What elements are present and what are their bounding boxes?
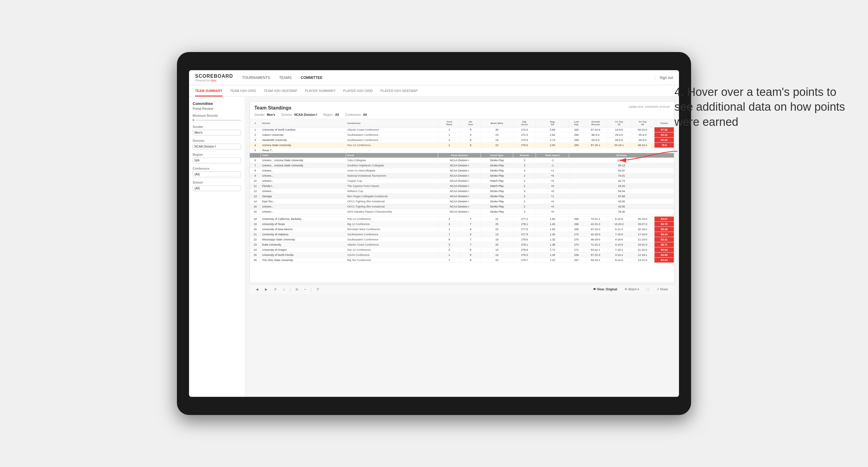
gender-select[interactable]: Men's Women's: [193, 130, 241, 135]
col-vs-top50: Vs Top50: [631, 119, 654, 127]
logo-text: SCOREBOARD: [195, 73, 233, 79]
report-title-area: Team Standings Gender: Men's Division: N…: [254, 105, 628, 117]
filter-region: Region: All: [323, 113, 339, 117]
conference-filter-label: Conference:: [345, 113, 362, 117]
division-filter-value: NCAA Division I: [294, 113, 317, 117]
table-row: 22 Mississippi State University Southeas…: [250, 237, 674, 242]
annotation-container: 4. Hover over a team's points to see add…: [675, 85, 850, 129]
col-tours: NoTour: [460, 119, 480, 127]
subnav-player-summary[interactable]: PLAYER SUMMARY: [305, 86, 336, 96]
sidebar-subtitle: Portal Review: [193, 107, 241, 111]
table-row: 1 University of North Carolina Atlantic …: [250, 127, 674, 132]
report-filters: Gender: Men's Division: NCAA Division I …: [254, 113, 628, 117]
sidebar-division-label: Division: [193, 139, 241, 143]
low-cell: 262: [569, 127, 584, 132]
table-row: 21 University of Alabama Southeastern Co…: [250, 232, 674, 237]
rounds-slider[interactable]: [196, 120, 241, 121]
points-cell[interactable]: 88.43: [654, 232, 674, 237]
report-main-title: Team Standings: [254, 105, 628, 111]
undo-button[interactable]: •: [303, 287, 308, 291]
nav-teams[interactable]: TEAMS: [279, 74, 291, 81]
points-cell[interactable]: 93.31: [654, 132, 674, 137]
table-row: 2 Auburn University Southeastern Confere…: [250, 132, 674, 137]
points-cell[interactable]: 90.20: [654, 137, 674, 143]
sidebar-title: Committee: [193, 101, 241, 106]
sidebar-school: School (All): [193, 181, 241, 191]
popup-row: 16 Univers... 2023 Sahalee Players Champ…: [250, 209, 674, 214]
refresh-button[interactable]: ↺: [272, 287, 278, 291]
subnav-team-summary[interactable]: TEAM SUMMARY: [195, 86, 223, 96]
table-row-highlighted: 4 Arizona State University Pac-12 Confer…: [250, 143, 674, 148]
home-button[interactable]: ⌂: [281, 287, 287, 291]
points-cell[interactable]: 83.94: [654, 258, 674, 263]
col-conf-rank: ConfRank: [438, 119, 460, 127]
spacer-row: [250, 214, 674, 217]
main-content: Committee Portal Review Minimum Rounds 0…: [189, 97, 679, 397]
col-overall: OverallRecord: [584, 119, 607, 127]
watch-button[interactable]: 👁 Watch ▾: [623, 287, 641, 291]
tours-cell: 9: [460, 127, 480, 132]
points-cell[interactable]: 88.49: [654, 227, 674, 232]
main-nav: TOURNAMENTS TEAMS COMMITTEE: [242, 74, 655, 81]
share-button[interactable]: ↗ Share: [655, 287, 670, 291]
points-cell[interactable]: 97.02: [654, 127, 674, 132]
table-row: 19 University of Texas Big 12 Conference…: [250, 222, 674, 227]
subnav-team-h2h-heatmap[interactable]: TEAM H2H HEATMAP: [264, 86, 297, 96]
nav-tournaments[interactable]: TOURNAMENTS: [242, 74, 270, 81]
toolbar-right: 👁 View: Original 👁 Watch ▾ ⛶ ↗ Share: [591, 287, 670, 291]
subnav-player-h2h-heatmap[interactable]: PLAYER H2H HEATMAP: [380, 86, 418, 96]
table-row: 20 University of New Mexico Mountain Wes…: [250, 227, 674, 232]
sub-nav: TEAM SUMMARY TEAM H2H GRID TEAM H2H HEAT…: [189, 85, 679, 97]
sidebar-min-rounds: Minimum Rounds 0: [193, 114, 241, 122]
sidebar: Committee Portal Review Minimum Rounds 0…: [189, 97, 245, 397]
region-filter-value: All: [335, 113, 339, 117]
school-select[interactable]: (All): [193, 185, 241, 191]
table-header-row: # School Conference ConfRank NoTour Bnds…: [250, 119, 674, 127]
subnav-team-h2h-grid[interactable]: TEAM H2H GRID: [230, 86, 256, 96]
popup-row: 10 Univers... Copper Cup NCAA Division I…: [250, 179, 674, 184]
view-label-text: View: Original: [597, 288, 617, 291]
points-cell[interactable]: 83.07: [654, 217, 674, 222]
screen-button[interactable]: ⛶: [645, 287, 651, 291]
tablet-frame: SCOREBOARD Powered by clippi TOURNAMENTS…: [177, 52, 691, 415]
sidebar-conference-label: Conference: [193, 167, 241, 170]
popup-row: 12 Univers... Williams Cup NCAA Division…: [250, 189, 674, 194]
table-row: 18 University of California, Berkeley Pa…: [250, 217, 674, 222]
annotation-arrow: [614, 145, 681, 169]
sidebar-school-label: School: [193, 181, 241, 184]
conference-select[interactable]: (All): [193, 172, 241, 177]
time-button[interactable]: ⏱: [314, 287, 321, 291]
copy-button[interactable]: ⧉: [294, 287, 300, 292]
popup-header-row: Team Event Event Division Event Type Rou…: [250, 153, 674, 158]
share-label: Share: [660, 288, 668, 291]
table-row: 5 Texas T...: [250, 148, 674, 153]
subnav-player-h2h-grid[interactable]: PLAYER H2H GRID: [343, 86, 373, 96]
col-adj-score: Adj.Score: [513, 119, 536, 127]
points-cell[interactable]: 88.71: [654, 242, 674, 247]
popup-row: 11 Florida I... The Cypress Point Classi…: [250, 184, 674, 189]
sidebar-region: Region N/A All: [193, 153, 241, 163]
table-row: 23 Duke University Atlantic Coast Confer…: [250, 242, 674, 247]
forward-button[interactable]: ▶: [263, 287, 269, 291]
region-select[interactable]: N/A All: [193, 158, 241, 163]
back-button[interactable]: ◀: [254, 287, 260, 291]
table-row: 3 Vanderbilt University Southeastern Con…: [250, 137, 674, 143]
points-cell[interactable]: 83.89: [654, 253, 674, 258]
sidebar-region-label: Region: [193, 153, 241, 156]
conf-cell: Atlantic Coast Conference: [346, 127, 438, 132]
report-header: Team Standings Gender: Men's Division: N…: [250, 102, 674, 119]
col-school: School: [261, 119, 346, 127]
sidebar-gender: Gender Men's Women's: [193, 125, 241, 135]
points-cell[interactable]: 88.54: [654, 247, 674, 253]
vs25-cell: 13-9-0: [607, 127, 631, 132]
table-row: 26 The Ohio State University Big Ten Con…: [250, 258, 674, 263]
division-select[interactable]: NCAA Division I NCAA Division II: [193, 144, 241, 149]
col-low-adj: LowAdj.: [569, 119, 584, 127]
view-original-button[interactable]: 👁 View: Original: [591, 287, 619, 291]
points-cell[interactable]: 88.70: [654, 222, 674, 227]
col-avg-sg: Avg.SG: [536, 119, 569, 127]
popup-row: 14 East Ten... OFCC Fighting Illini Invi…: [250, 199, 674, 204]
points-cell[interactable]: 83.41: [654, 237, 674, 242]
sign-out-button[interactable]: Sign out: [655, 75, 673, 80]
nav-committee[interactable]: COMMITTEE: [301, 74, 322, 81]
